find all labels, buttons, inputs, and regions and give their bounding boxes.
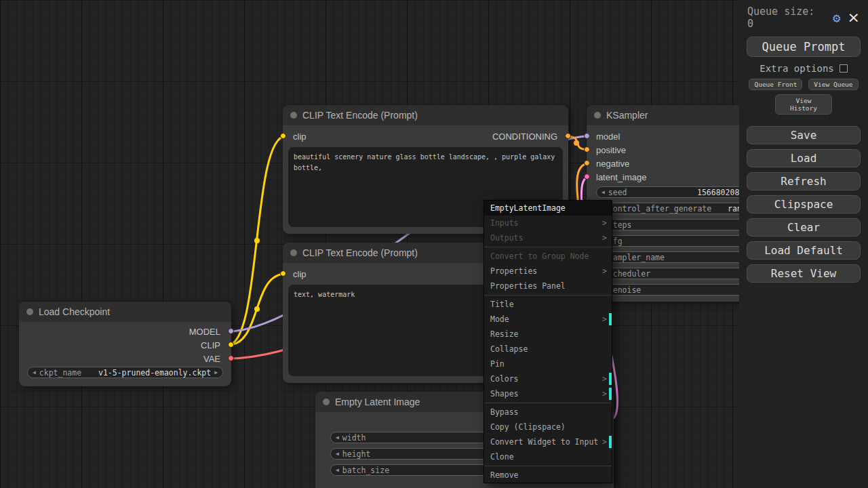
menu-item-label: Bypass	[490, 407, 519, 417]
menu-item-properties[interactable]: Properties >	[484, 264, 612, 279]
conditioning-output-port[interactable]	[565, 133, 571, 139]
node-collapse-dot[interactable]	[290, 249, 297, 256]
right-arrow-icon[interactable]: ▶	[214, 369, 218, 375]
submenu-arrow-icon: >	[602, 388, 607, 399]
menu-item-label: Pin	[490, 359, 505, 369]
menu-item-convert-widget-to-input[interactable]: Convert Widget to Input >	[484, 434, 612, 449]
submenu-arrow-icon: >	[602, 218, 607, 228]
widget-label: sampler_name	[608, 253, 665, 262]
menu-item-mode[interactable]: Mode >	[484, 312, 612, 327]
positive-input-port[interactable]	[584, 146, 590, 152]
scheduler-widget[interactable]: ◀ scheduler	[596, 268, 739, 279]
node-collapse-dot[interactable]	[323, 399, 330, 405]
clip-input-port[interactable]	[280, 133, 286, 139]
node-context-menu: EmptyLatentImage Inputs > Outputs > Conv…	[484, 200, 612, 483]
node-collapse-dot[interactable]	[290, 112, 297, 119]
left-arrow-icon[interactable]: ◀	[33, 369, 36, 375]
close-panel-icon[interactable]: ×	[848, 12, 860, 23]
menu-separator	[484, 295, 612, 296]
steps-widget[interactable]: ◀ steps	[596, 219, 739, 230]
menu-item-remove[interactable]: Remove	[484, 468, 612, 483]
negative-input-port[interactable]	[584, 160, 590, 166]
denoise-widget[interactable]: ◀ denoise	[596, 284, 739, 296]
refresh-button[interactable]: Refresh	[747, 172, 861, 190]
ckpt-name-widget[interactable]: ◀ ckpt_name v1-5-pruned-emaonly.ckpt ▶	[27, 367, 223, 378]
clip-input-label: clip	[293, 131, 307, 142]
node-titlebar[interactable]: Load Checkpoint	[19, 302, 231, 322]
widget-label: denoise	[608, 285, 641, 295]
menu-item-label: Remove	[490, 470, 519, 480]
save-button[interactable]: Save	[747, 126, 861, 144]
menu-item-label: Shapes	[490, 389, 519, 399]
left-arrow-icon[interactable]: ◀	[601, 189, 605, 195]
view-queue-button[interactable]: View Queue	[808, 79, 858, 90]
menu-item-label: Collapse	[490, 344, 528, 354]
menu-item-title[interactable]: Title	[484, 297, 612, 312]
node-collapse-dot[interactable]	[594, 112, 601, 119]
submenu-arrow-icon: >	[602, 314, 607, 325]
clip-input-port[interactable]	[280, 270, 286, 277]
menu-item-pin[interactable]: Pin	[484, 357, 612, 371]
menu-item-properties-panel[interactable]: Properties Panel	[484, 279, 612, 293]
submenu-arrow-icon: >	[602, 373, 607, 384]
node-titlebar[interactable]: CLIP Text Encode (Prompt)	[283, 105, 568, 125]
node-title: Empty Latent Image	[335, 396, 420, 407]
menu-item-collapse[interactable]: Collapse	[484, 342, 612, 357]
clip-output-label: CLIP	[201, 340, 220, 350]
load-default-button[interactable]: Load Default	[747, 241, 861, 260]
latent-image-input-port[interactable]	[584, 174, 590, 180]
reset-view-button[interactable]: Reset View	[747, 264, 861, 283]
vae-output-label: VAE	[203, 354, 220, 364]
menu-item-label: Colors	[490, 374, 519, 384]
clipspace-button[interactable]: Clipspace	[747, 195, 861, 214]
sampler-name-widget[interactable]: ◀ sampler_name	[596, 251, 739, 263]
left-arrow-icon[interactable]: ◀	[336, 434, 339, 441]
widget-value: v1-5-pruned-emaonly.ckpt	[98, 368, 211, 378]
queue-prompt-button[interactable]: Queue Prompt	[747, 37, 861, 57]
menu-item-inputs: Inputs >	[484, 216, 612, 230]
widget-label: scheduler	[608, 269, 650, 279]
node-collapse-dot[interactable]	[26, 308, 33, 315]
submenu-arrow-icon: >	[602, 436, 607, 447]
positive-input-label: positive	[596, 145, 626, 155]
menu-item-label: Convert to Group Node	[490, 251, 589, 261]
menu-item-label: Mode	[490, 314, 509, 324]
widget-label: batch_size	[342, 466, 389, 475]
model-output-port[interactable]	[228, 328, 234, 334]
vae-output-port[interactable]	[228, 355, 234, 361]
left-arrow-icon[interactable]: ◀	[336, 451, 339, 457]
menu-item-copy-clipspace[interactable]: Copy (Clipspace)	[484, 420, 612, 434]
queue-size-label: Queue size: 0	[747, 5, 826, 30]
model-input-port[interactable]	[584, 133, 590, 139]
menu-item-bypass[interactable]: Bypass	[484, 405, 612, 420]
latent-image-input-label: latent_image	[596, 172, 646, 182]
menu-separator	[484, 247, 612, 247]
cfg-widget[interactable]: ◀ cfg	[596, 235, 739, 247]
menu-item-label: Properties Panel	[490, 281, 566, 291]
widget-value: 156680208	[697, 188, 739, 197]
extra-options-checkbox[interactable]	[840, 64, 848, 73]
menu-separator	[484, 403, 612, 403]
left-arrow-icon[interactable]: ◀	[336, 467, 339, 473]
settings-gear-icon[interactable]: ⚙	[833, 12, 840, 24]
comfy-menu-panel: Queue size: 0 ⚙ × Queue Prompt Extra opt…	[739, 0, 868, 488]
node-title: KSampler	[606, 110, 648, 121]
queue-front-button[interactable]: Queue Front	[749, 79, 802, 90]
menu-item-colors[interactable]: Colors >	[484, 371, 612, 386]
menu-item-clone[interactable]: Clone	[484, 449, 612, 464]
menu-item-resize[interactable]: Resize	[484, 327, 612, 342]
menu-item-shapes[interactable]: Shapes >	[484, 386, 612, 401]
control-after-generate-widget[interactable]: ◀ control_after_generate randomize	[596, 203, 739, 214]
menu-item-label: Title	[490, 300, 514, 309]
negative-input-label: negative	[596, 159, 629, 169]
node-title: CLIP Text Encode (Prompt)	[302, 247, 418, 258]
node-load-checkpoint[interactable]: Load Checkpoint MODEL CLIP VAE ◀ ckpt_na…	[19, 302, 231, 386]
graph-canvas[interactable]: CLIP Text Encode (Prompt) clip CONDITION…	[0, 0, 739, 488]
clip-output-port[interactable]	[228, 342, 234, 348]
clear-button[interactable]: Clear	[747, 218, 861, 237]
link-midpoint-dot	[574, 140, 579, 146]
view-history-button[interactable]: View History	[775, 94, 832, 115]
load-button[interactable]: Load	[747, 149, 861, 167]
seed-widget[interactable]: ◀ seed 156680208	[596, 186, 739, 198]
node-titlebar[interactable]: KSampler	[587, 105, 739, 125]
